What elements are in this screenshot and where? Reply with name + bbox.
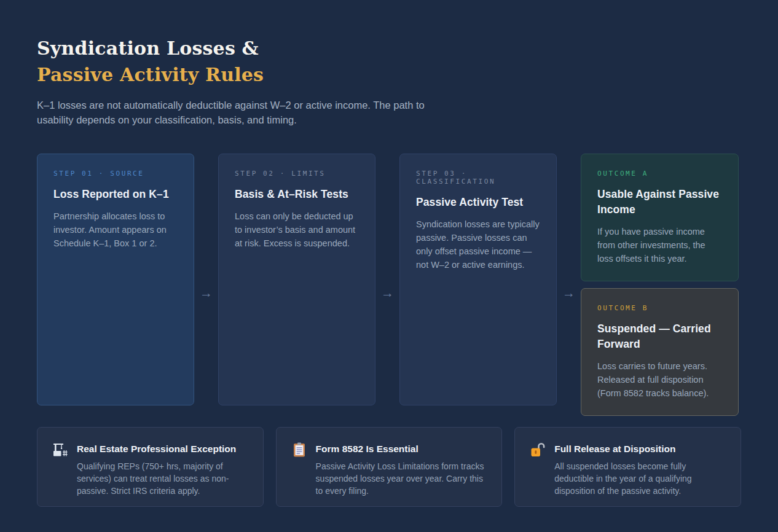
outcome-body: Loss carries to future years. Released a… [597, 359, 722, 400]
step-body: Partnership allocates loss to investor. … [53, 209, 178, 250]
step-card-classification: STEP 03 · CLASSIFICATION Passive Activit… [399, 154, 557, 405]
clipboard-icon [291, 442, 307, 458]
outcome-eyebrow: OUTCOME B [597, 304, 722, 312]
page-title: Syndication Losses & Passive Activity Ru… [37, 35, 741, 88]
note-title: Full Release at Disposition [554, 442, 725, 455]
step-card-source: STEP 01 · SOURCE Loss Reported on K–1 Pa… [37, 154, 194, 405]
outcome-card-usable: OUTCOME A Usable Against Passive Income … [581, 154, 739, 281]
step-title: Passive Activity Test [416, 195, 540, 210]
note-content: Full Release at Disposition All suspende… [554, 441, 725, 506]
step-eyebrow: STEP 02 · LIMITS [235, 170, 359, 178]
outcomes-column: OUTCOME A Usable Against Passive Income … [581, 154, 739, 405]
outcome-title: Suspended — Carried Forward [597, 321, 722, 352]
note-body: Qualifying REPs (750+ hrs, majority of s… [77, 460, 247, 497]
note-title: Form 8582 Is Essential [316, 442, 486, 455]
flow-diagram: STEP 01 · SOURCE Loss Reported on K–1 Pa… [37, 154, 741, 405]
footnotes-row: Real Estate Professional Exception Quali… [37, 427, 741, 507]
outcome-body: If you have passive income from other in… [597, 225, 722, 265]
flow-arrow-1: → [194, 154, 218, 405]
header: Syndication Losses & Passive Activity Ru… [37, 35, 741, 127]
page-title-line1: Syndication Losses & [37, 35, 741, 61]
flow-arrow-2: → [375, 154, 399, 405]
note-card-rep-exception: Real Estate Professional Exception Quali… [37, 427, 264, 507]
step-eyebrow: STEP 03 · CLASSIFICATION [416, 170, 540, 186]
note-card-form-8582: Form 8582 Is Essential Passive Activity … [276, 427, 503, 507]
note-card-disposition: Full Release at Disposition All suspende… [514, 427, 741, 507]
outcome-eyebrow: OUTCOME A [597, 170, 722, 178]
unlocked-padlock-icon [530, 442, 546, 458]
syndication-losses-infographic: Syndication Losses & Passive Activity Ru… [0, 0, 778, 507]
building-construction-icon [52, 442, 68, 458]
page-subtitle: K–1 losses are not automatically deducti… [37, 98, 439, 127]
step-body: Syndication losses are typically passive… [416, 217, 540, 272]
outcome-card-suspended: OUTCOME B Suspended — Carried Forward Lo… [581, 288, 739, 416]
note-content: Form 8582 Is Essential Passive Activity … [316, 441, 486, 506]
outcome-title: Usable Against Passive Income [597, 187, 722, 217]
step-title: Loss Reported on K–1 [53, 187, 178, 202]
page-title-line2: Passive Activity Rules [37, 61, 741, 88]
note-content: Real Estate Professional Exception Quali… [77, 441, 247, 506]
step-title: Basis & At–Risk Tests [235, 187, 359, 202]
right-arrow-icon: → [562, 286, 575, 405]
note-body: Passive Activity Loss Limitations form t… [316, 460, 486, 497]
note-body: All suspended losses become fully deduct… [554, 460, 725, 497]
flow-arrow-3: → [557, 154, 581, 405]
right-arrow-icon: → [381, 286, 394, 405]
step-body: Loss can only be deducted up to investor… [235, 209, 359, 250]
step-card-limits: STEP 02 · LIMITS Basis & At–Risk Tests L… [218, 154, 375, 405]
right-arrow-icon: → [200, 286, 213, 405]
step-eyebrow: STEP 01 · SOURCE [53, 170, 178, 178]
note-title: Real Estate Professional Exception [77, 442, 247, 455]
